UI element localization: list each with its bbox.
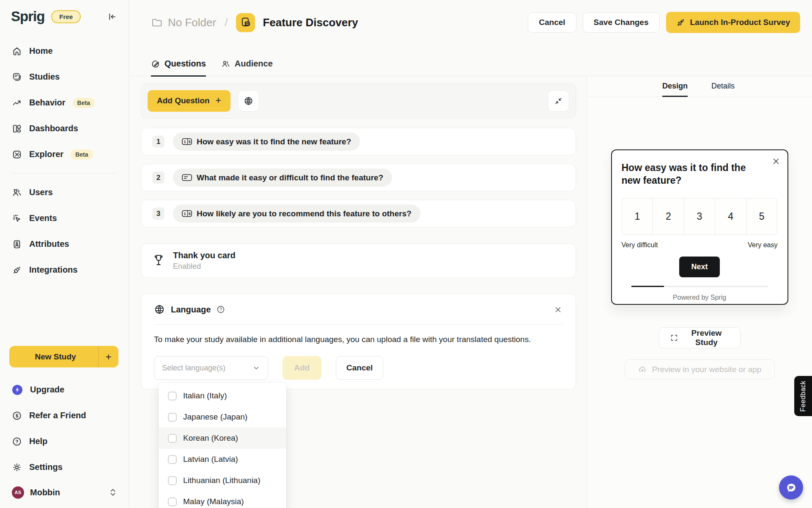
language-option-italian[interactable]: Italian (Italy) bbox=[159, 385, 286, 406]
language-option-label: Malay (Malaysia) bbox=[183, 497, 244, 506]
question-builder: Add Question + 1 bbox=[129, 76, 587, 508]
chat-widget-button[interactable] bbox=[779, 475, 803, 500]
question-row-2[interactable]: 2 What made it easy or difficult to find… bbox=[141, 164, 576, 191]
sidebar-item-dashboards[interactable]: Dashboards bbox=[0, 116, 129, 141]
rating-option-4[interactable]: 4 bbox=[715, 198, 746, 235]
sidebar-item-explorer[interactable]: Explorer Beta bbox=[0, 141, 129, 167]
add-question-label: Add Question bbox=[157, 96, 210, 105]
beta-badge: Beta bbox=[73, 98, 95, 108]
collapse-all-icon bbox=[554, 97, 563, 105]
cancel-button[interactable]: Cancel bbox=[528, 12, 576, 33]
question-pill[interactable]: What made it easy or difficult to find t… bbox=[173, 168, 392, 187]
header-actions: Cancel Save Changes Launch In-Product Su… bbox=[528, 12, 800, 33]
rating-option-5[interactable]: 5 bbox=[746, 198, 778, 235]
sidebar-item-integrations[interactable]: Integrations bbox=[0, 257, 129, 283]
preview-in-website-button[interactable]: Preview in your website or app bbox=[625, 359, 775, 379]
preview-question: How easy was it to find the new feature? bbox=[622, 161, 761, 187]
home-icon bbox=[12, 46, 22, 56]
sidebar-item-home[interactable]: Home bbox=[0, 38, 129, 64]
plus-icon[interactable]: + bbox=[99, 351, 118, 363]
collapse-all-button[interactable] bbox=[548, 90, 569, 112]
language-option-japanese[interactable]: Japanese (Japan) bbox=[159, 406, 286, 428]
add-question-button[interactable]: Add Question + bbox=[148, 90, 230, 112]
tab-questions[interactable]: Questions bbox=[151, 59, 206, 77]
rating-option-1[interactable]: 1 bbox=[622, 198, 653, 235]
sidebar-item-studies[interactable]: Studies bbox=[0, 64, 129, 90]
sidebar-item-users[interactable]: Users bbox=[0, 179, 129, 205]
studies-icon bbox=[12, 72, 22, 82]
question-pill[interactable]: 15 How easy was it to find the new featu… bbox=[173, 133, 360, 151]
language-cancel-button[interactable]: Cancel bbox=[336, 356, 383, 380]
new-study-button[interactable]: New Study + bbox=[9, 346, 118, 367]
sidebar-item-attributes[interactable]: Attributes bbox=[0, 231, 129, 257]
sidebar-item-upgrade[interactable]: Upgrade bbox=[0, 377, 129, 403]
question-row-1[interactable]: 1 15 How easy was it to find the new fea… bbox=[141, 128, 576, 155]
checkbox[interactable] bbox=[168, 497, 177, 506]
sidebar-divider bbox=[11, 173, 118, 174]
feedback-tab[interactable]: Feedback bbox=[794, 376, 812, 416]
audience-icon bbox=[221, 59, 230, 69]
preview-close-button[interactable] bbox=[771, 156, 781, 166]
checkbox[interactable] bbox=[168, 434, 177, 443]
rating-option-3[interactable]: 3 bbox=[684, 198, 716, 235]
close-icon bbox=[772, 157, 780, 166]
close-language-button[interactable] bbox=[553, 305, 563, 315]
checkbox[interactable] bbox=[168, 476, 177, 485]
language-add-button[interactable]: Add bbox=[283, 356, 321, 380]
next-button[interactable]: Next bbox=[679, 257, 720, 277]
question-number: 2 bbox=[152, 171, 165, 184]
svg-text:5: 5 bbox=[189, 212, 191, 216]
preview-study-button[interactable]: Preview Study bbox=[659, 327, 741, 348]
sidebar-item-behavior[interactable]: Behavior Beta bbox=[0, 90, 129, 116]
language-controls: Select language(s) Add Cancel bbox=[154, 356, 563, 380]
beta-badge: Beta bbox=[71, 149, 93, 160]
language-option-latvian[interactable]: Latvian (Latvia) bbox=[159, 449, 286, 470]
sidebar-item-label: Events bbox=[29, 213, 57, 223]
cloud-upload-icon bbox=[638, 365, 647, 374]
rating-scale-icon: 15 bbox=[182, 210, 192, 217]
help-circle-icon[interactable]: ? bbox=[217, 305, 225, 314]
sidebar-item-events[interactable]: Events bbox=[0, 205, 129, 231]
sidebar-item-settings[interactable]: Settings bbox=[0, 454, 129, 480]
preview-panel: Design Details How easy was it to find t… bbox=[587, 76, 812, 508]
integrations-icon bbox=[12, 265, 22, 275]
question-number: 3 bbox=[152, 207, 165, 220]
thank-you-card-row[interactable]: Thank you card Enabled bbox=[141, 243, 576, 278]
sidebar-item-label: Behavior bbox=[29, 98, 66, 108]
folder-icon bbox=[151, 17, 162, 28]
rating-option-2[interactable]: 2 bbox=[653, 198, 684, 235]
language-select[interactable]: Select language(s) bbox=[154, 356, 268, 380]
preview-in-website-label: Preview in your website or app bbox=[652, 365, 762, 374]
language-globe-button[interactable] bbox=[238, 90, 259, 112]
breadcrumb-folder[interactable]: No Folder bbox=[168, 16, 216, 29]
question-number: 1 bbox=[152, 135, 165, 148]
sidebar-item-refer[interactable]: $ Refer a Friend bbox=[0, 403, 129, 428]
launch-survey-label: Launch In-Product Survey bbox=[690, 18, 790, 27]
questions-tab-icon bbox=[151, 59, 160, 69]
tab-details[interactable]: Details bbox=[711, 76, 735, 97]
language-option-korean[interactable]: Korean (Korea) bbox=[159, 428, 286, 449]
tab-audience[interactable]: Audience bbox=[221, 59, 273, 77]
save-changes-button[interactable]: Save Changes bbox=[583, 12, 660, 33]
tab-design[interactable]: Design bbox=[662, 76, 688, 97]
language-option-malay[interactable]: Malay (Malaysia) bbox=[159, 491, 286, 508]
checkbox[interactable] bbox=[168, 392, 177, 400]
sidebar-nav-footer: Upgrade $ Refer a Friend ? Help Settings bbox=[0, 375, 129, 480]
app-window: Sprig Free Home Studies bbox=[0, 0, 812, 508]
sidebar-item-label: Home bbox=[29, 46, 53, 56]
globe-icon bbox=[154, 304, 165, 315]
preview-study-label: Preview Study bbox=[684, 329, 730, 347]
sidebar-item-help[interactable]: ? Help bbox=[0, 428, 129, 454]
checkbox[interactable] bbox=[168, 413, 177, 422]
language-option-lithuanian[interactable]: Lithuanian (Lithuania) bbox=[159, 470, 286, 491]
sidebar-collapse-button[interactable] bbox=[106, 11, 118, 22]
language-option-label: Latvian (Latvia) bbox=[183, 455, 238, 464]
launch-survey-button[interactable]: Launch In-Product Survey bbox=[666, 12, 800, 33]
question-row-3[interactable]: 3 15 How likely are you to recommend thi… bbox=[141, 200, 576, 227]
sidebar-header: Sprig Free bbox=[0, 0, 129, 33]
account-switcher[interactable]: AS Mobbin bbox=[0, 480, 129, 508]
checkbox[interactable] bbox=[168, 455, 177, 464]
question-pill[interactable]: 15 How likely are you to recommend this … bbox=[173, 204, 420, 223]
language-title: Language bbox=[171, 305, 211, 315]
powered-by: Powered by Sprig bbox=[622, 294, 778, 301]
